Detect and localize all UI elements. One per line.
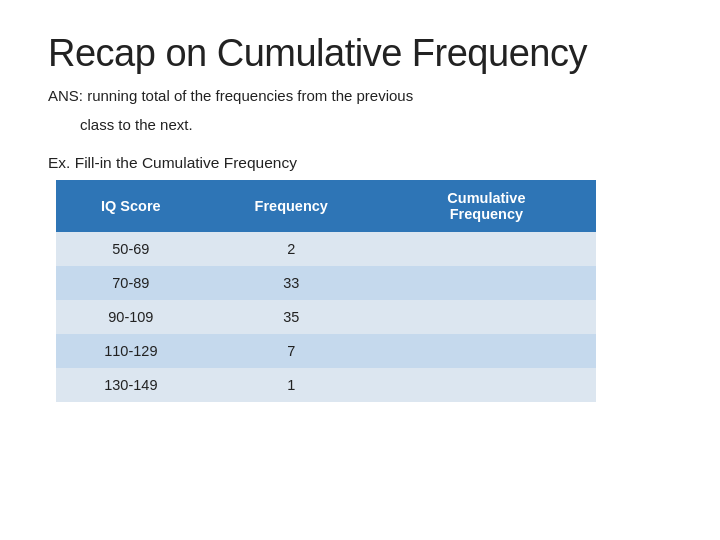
freq-cell: 7: [206, 334, 377, 368]
ans-body: running total of the frequencies from th…: [87, 87, 413, 104]
table-header-row: IQ Score Frequency CumulativeFrequency: [56, 180, 596, 232]
freq-cell: 2: [206, 232, 377, 266]
table-row: 50-692: [56, 232, 596, 266]
iq-cell: 50-69: [56, 232, 206, 266]
cf-cell: [377, 334, 596, 368]
freq-cell: 1: [206, 368, 377, 402]
table-row: 110-1297: [56, 334, 596, 368]
table-row: 90-10935: [56, 300, 596, 334]
table-row: 70-8933: [56, 266, 596, 300]
freq-cell: 35: [206, 300, 377, 334]
cf-cell: [377, 300, 596, 334]
freq-cell: 33: [206, 266, 377, 300]
table-row: 130-1491: [56, 368, 596, 402]
page-container: Recap on Cumulative Frequency ANS: runni…: [0, 0, 720, 540]
col-header-freq: Frequency: [206, 180, 377, 232]
ans-label: ANS:: [48, 87, 83, 104]
iq-cell: 110-129: [56, 334, 206, 368]
ans-line1: ANS: running total of the frequencies fr…: [48, 85, 672, 108]
frequency-table: IQ Score Frequency CumulativeFrequency 5…: [56, 180, 596, 402]
cf-cell: [377, 266, 596, 300]
cf-cell: [377, 232, 596, 266]
iq-cell: 70-89: [56, 266, 206, 300]
col-header-cf: CumulativeFrequency: [377, 180, 596, 232]
ex-label: Ex. Fill-in the Cumulative Frequency: [48, 154, 672, 172]
col-header-iq: IQ Score: [56, 180, 206, 232]
ans-line2: class to the next.: [48, 114, 672, 137]
iq-cell: 130-149: [56, 368, 206, 402]
iq-cell: 90-109: [56, 300, 206, 334]
ans-body2: class to the next.: [80, 114, 193, 137]
page-title: Recap on Cumulative Frequency: [48, 32, 672, 75]
cf-cell: [377, 368, 596, 402]
